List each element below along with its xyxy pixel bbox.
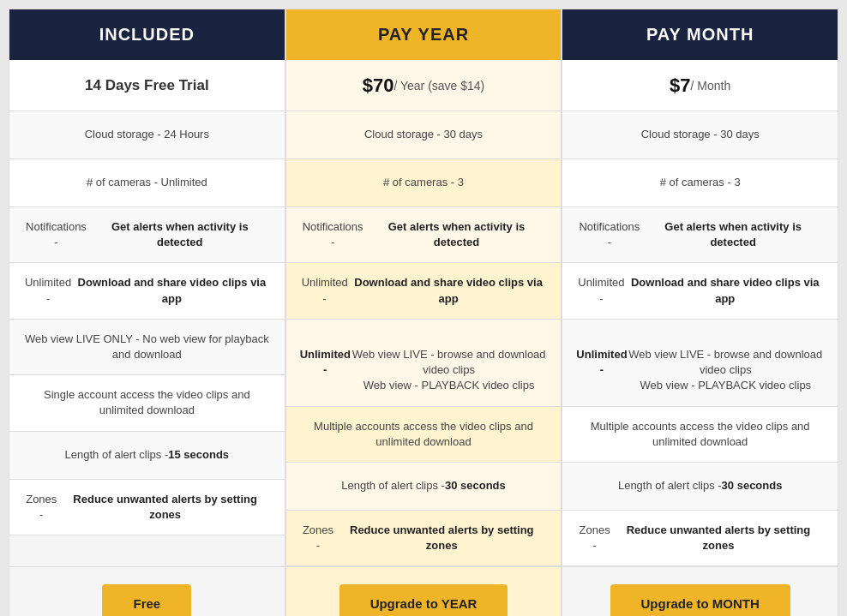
feature-row-2: Notifications - Get alerts when activity… [562, 207, 838, 263]
price-amount: $70 [363, 75, 394, 97]
feature-row-4: Unlimited -Web view LIVE - browse and do… [562, 320, 838, 407]
trial-label: 14 Days Free Trial [85, 77, 209, 94]
feature-row-6: Length of alert clips - 30 seconds [562, 463, 838, 511]
cta-button-pay-month[interactable]: Upgrade to MONTH [610, 584, 790, 616]
plan-header-included: INCLUDED [9, 9, 285, 60]
feature-row-3: Unlimited - Download and share video cli… [562, 263, 838, 319]
feature-row-1: # of cameras - 3 [562, 159, 838, 207]
price-amount: $7 [670, 75, 690, 97]
feature-row-7: Zones - Reduce unwanted alerts by settin… [562, 511, 838, 566]
feature-row-1: # of cameras - Unlimited [9, 159, 285, 207]
cta-button-pay-year[interactable]: Upgrade to YEAR [339, 584, 508, 616]
feature-row-4: Unlimited -Web view LIVE - browse and do… [286, 320, 562, 407]
feature-row-3: Unlimited - Download and share video cli… [286, 263, 562, 319]
feature-row-1: # of cameras - 3 [286, 159, 562, 207]
feature-row-4: Web view LIVE ONLY - No web view for pla… [9, 320, 285, 375]
feature-row-3: Unlimited - Download and share video cli… [9, 263, 285, 319]
plan-footer-included: Free [9, 566, 285, 616]
feature-row-5: Multiple accounts access the video clips… [286, 407, 562, 463]
feature-row-2: Notifications - Get alerts when activity… [9, 207, 285, 263]
feature-row-0: Cloud storage - 24 Hours [9, 111, 285, 159]
plan-pay-month: PAY MONTH$7 / MonthCloud storage - 30 da… [562, 9, 838, 616]
feature-row-6: Length of alert clips - 30 seconds [286, 463, 562, 511]
plan-price-included: 14 Days Free Trial [9, 60, 285, 111]
feature-row-0: Cloud storage - 30 days [562, 111, 838, 159]
plan-price-pay-month: $7 / Month [562, 60, 838, 111]
plan-pay-year: PAY YEAR$70 / Year (save $14)Cloud stora… [285, 9, 562, 616]
feature-row-5: Single account access the video clips an… [9, 375, 285, 431]
cta-button-included[interactable]: Free [102, 584, 191, 616]
feature-row-7: Zones - Reduce unwanted alerts by settin… [286, 511, 562, 566]
feature-row-6: Length of alert clips - 15 seconds [9, 432, 285, 480]
price-period: / Year (save $14) [393, 79, 484, 93]
price-period: / Month [691, 79, 731, 93]
plan-footer-pay-month: Upgrade to MONTH [562, 566, 838, 616]
plan-price-pay-year: $70 / Year (save $14) [286, 60, 562, 111]
plan-header-pay-month: PAY MONTH [562, 9, 838, 60]
feature-row-7: Zones - Reduce unwanted alerts by settin… [9, 480, 285, 535]
plan-included: INCLUDED14 Days Free TrialCloud storage … [9, 9, 285, 616]
plan-header-pay-year: PAY YEAR [286, 9, 562, 60]
feature-row-0: Cloud storage - 30 days [286, 111, 562, 159]
feature-row-2: Notifications - Get alerts when activity… [286, 207, 562, 263]
pricing-container: INCLUDED14 Days Free TrialCloud storage … [0, 0, 847, 616]
plan-footer-pay-year: Upgrade to YEAR [286, 566, 562, 616]
feature-row-5: Multiple accounts access the video clips… [562, 407, 838, 463]
